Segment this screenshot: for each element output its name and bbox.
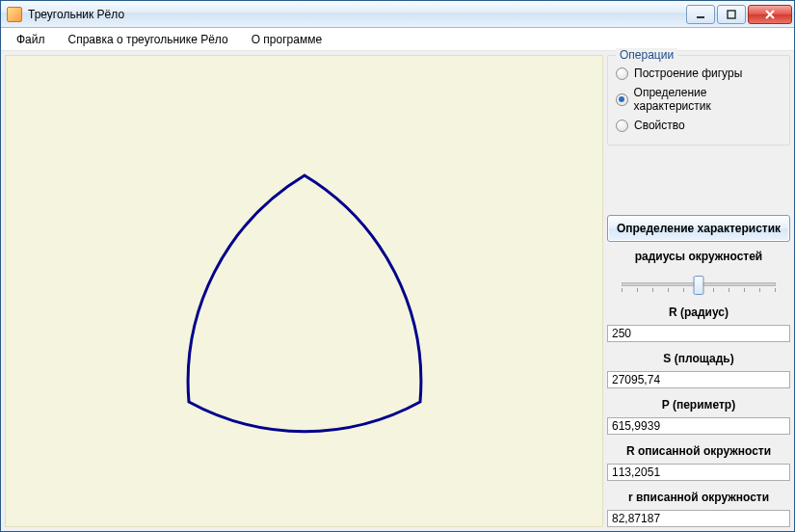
calculate-button[interactable]: Определение характеристик: [607, 215, 790, 242]
minimize-icon: [696, 10, 705, 19]
input-circumscribed[interactable]: [607, 464, 790, 481]
label-area: S (площадь): [607, 348, 790, 365]
label-circumscribed: R описанной окружности: [607, 440, 790, 458]
radio-icon: [616, 67, 628, 80]
radio-build[interactable]: Построение фигуры: [616, 64, 782, 83]
label-inscribed: r вписанной окружности: [607, 487, 790, 504]
radio-characteristics[interactable]: Определение характеристик: [616, 83, 782, 116]
maximize-icon: [727, 10, 736, 19]
app-window: Треугольник Рёло Файл Справка о треуголь…: [0, 0, 795, 532]
operations-legend: Операции: [616, 48, 677, 62]
radio-property[interactable]: Свойство: [616, 116, 782, 135]
slider-label: радиусы окружностей: [607, 248, 790, 265]
minimize-button[interactable]: [686, 5, 715, 24]
titlebar[interactable]: Треугольник Рёло: [1, 1, 794, 28]
maximize-button[interactable]: [717, 5, 746, 24]
calculate-button-label: Определение характеристик: [617, 222, 781, 235]
menu-help[interactable]: Справка о треугольнике Рёло: [59, 30, 238, 49]
reuleaux-triangle-shape: [15, 60, 594, 522]
label-perimeter: P (периметр): [607, 394, 790, 412]
input-inscribed[interactable]: [607, 510, 790, 527]
radius-slider[interactable]: [607, 271, 790, 296]
spacer: [607, 151, 790, 209]
menu-file[interactable]: Файл: [7, 30, 55, 49]
radio-label: Построение фигуры: [634, 66, 742, 80]
input-area[interactable]: [607, 371, 790, 388]
radio-label: Свойство: [634, 119, 685, 132]
svg-rect-1: [728, 11, 735, 18]
drawing-canvas: [5, 55, 603, 527]
label-radius: R (радиус): [607, 302, 790, 319]
radio-icon: [616, 120, 628, 132]
window-title: Треугольник Рёло: [28, 8, 686, 21]
input-perimeter[interactable]: [607, 417, 790, 435]
slider-thumb[interactable]: [694, 276, 704, 295]
app-icon: [7, 7, 22, 22]
radio-icon: [616, 93, 628, 106]
close-icon: [765, 10, 775, 19]
operations-group: Операции Построение фигуры Определение х…: [607, 55, 790, 146]
sidebar: Операции Построение фигуры Определение х…: [607, 55, 790, 527]
content-area: Операции Построение фигуры Определение х…: [1, 51, 794, 531]
window-buttons: [686, 5, 792, 24]
menu-about[interactable]: О программе: [242, 30, 331, 49]
radio-label: Определение характеристик: [634, 86, 782, 113]
input-radius[interactable]: [607, 325, 790, 342]
close-button[interactable]: [748, 5, 792, 24]
slider-track: [622, 282, 776, 286]
